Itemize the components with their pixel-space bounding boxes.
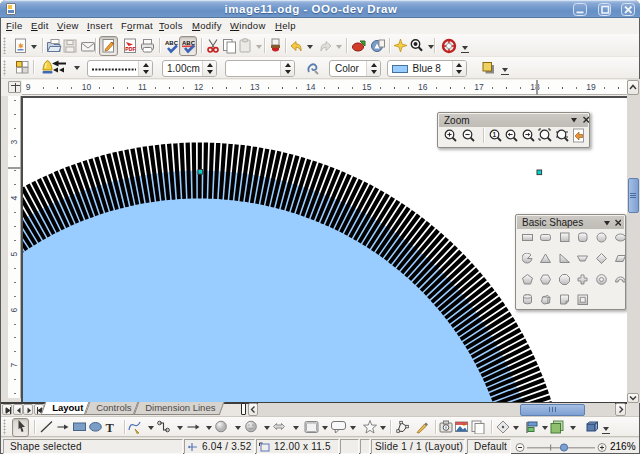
svg-text:PDF: PDF bbox=[125, 46, 135, 52]
svg-text:T: T bbox=[106, 421, 115, 435]
svg-text:1: 1 bbox=[493, 131, 497, 138]
svg-text:ABC: ABC bbox=[165, 40, 179, 46]
svg-text:ABC: ABC bbox=[182, 39, 196, 45]
